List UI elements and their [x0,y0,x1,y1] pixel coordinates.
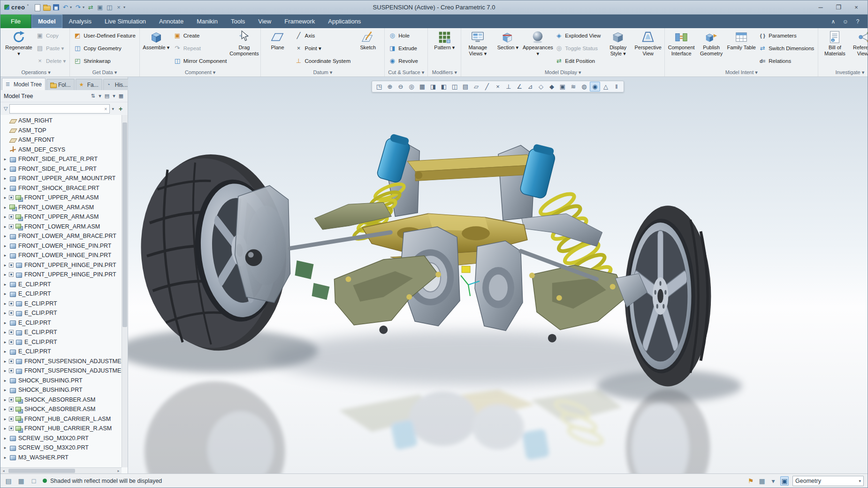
group-label-model-intent[interactable]: Model Intent ▾ [666,68,816,76]
tree-header-button[interactable]: ▦ [118,92,124,100]
relations-button[interactable]: d=Relations [756,54,816,67]
expand-arrow-icon[interactable] [3,176,8,181]
tree-item[interactable]: SHOCK_BUSHING.PRT [0,376,122,386]
tab-file[interactable]: File [0,15,31,28]
expand-arrow-icon[interactable] [3,157,8,161]
tree-item[interactable]: ASM_DEF_CSYS [0,145,122,155]
ribbon-tab[interactable]: Applications [321,15,367,28]
selection-filter-combo[interactable]: Geometry ▾ [792,476,864,486]
revolve-button[interactable]: ◉Revolve [386,54,420,67]
expand-arrow-icon[interactable] [3,368,8,373]
graphics-toolbar-button[interactable]: ≋ [568,82,579,92]
tree-item[interactable]: FRONT_LOWER_ARM.ASM [0,203,122,213]
parameters-button[interactable]: { }Parameters [756,29,816,42]
tree-item[interactable]: E_CLIP.PRT [0,328,122,337]
navigator-tab[interactable]: Fol... [46,79,75,90]
tree-item[interactable]: E_CLIP.PRT [0,299,122,309]
tree-item[interactable]: SHOCK_BUSHING.PRT [0,385,122,395]
tabbar-icon[interactable]: ? [853,17,863,26]
axis-button[interactable]: ╱Axis [292,29,353,42]
graphics-toolbar-button[interactable]: ⊥ [503,82,514,92]
graphics-toolbar-button[interactable]: × [493,82,503,92]
quickbar-button[interactable] [42,2,51,13]
tree-header-button[interactable]: ▾ [97,92,103,100]
scroll-right-icon[interactable]: ▸ [115,469,122,473]
tree-item[interactable]: E_CLIP.PRT [0,280,122,290]
expand-arrow-icon[interactable] [3,407,8,412]
scrollbar-thumb[interactable] [122,122,127,327]
expand-arrow-icon[interactable] [3,186,8,191]
sketch-button[interactable]: Sketch [353,29,383,52]
graphics-toolbar-button[interactable]: ◨ [428,82,438,92]
tree-item[interactable]: FRONT_HUB_CARRIER_R.ASM [0,424,122,434]
plane-button[interactable]: Plane [262,29,292,52]
graphics-toolbar-button[interactable]: ⊕ [385,82,395,92]
ribbon-tab[interactable]: Analysis [62,15,98,28]
expand-arrow-icon[interactable] [3,272,8,277]
pattern-button[interactable]: Pattern ▾ [429,29,459,52]
tree-item[interactable]: FRONT_UPPER_ARM.ASM [0,193,122,203]
ribbon-tab[interactable]: Live Simulation [98,15,152,28]
expand-arrow-icon[interactable] [3,455,8,460]
filter-funnel-icon[interactable]: ▽ [4,106,8,112]
delete-button[interactable]: ×Delete ▾ [34,54,68,67]
copy-geometry-button[interactable]: ◫Copy Geometry [71,42,138,54]
expand-arrow-icon[interactable] [3,244,8,248]
tree-item[interactable]: FRONT_SIDE_PLATE_R.PRT [0,154,122,164]
expand-arrow-icon[interactable] [3,205,8,210]
graphics-toolbar-button[interactable]: ⊿ [525,82,535,92]
group-label-cut-surface[interactable]: Cut & Surface ▾ [386,68,426,76]
quickbar-button[interactable]: ◫ [105,2,114,13]
bill-of-materials-button[interactable]: Bill of Materials [820,29,850,57]
graphics-toolbar-button[interactable]: ◆ [547,82,557,92]
expand-arrow-icon[interactable] [3,167,8,171]
statusbar-right-icon[interactable]: ▣ [780,476,789,486]
group-label-datum[interactable]: Datum ▾ [262,68,383,76]
expand-arrow-icon[interactable] [3,417,8,421]
tree-item[interactable]: ASM_TOP [0,126,122,136]
graphics-toolbar-button[interactable]: ◍ [579,82,589,92]
quickbar-button[interactable]: ⇄ [86,2,95,13]
display-style-button[interactable]: Display Style ▾ [603,29,633,57]
quickbar-button[interactable]: ▾ [69,2,73,13]
paste-button[interactable]: ▤Paste ▾ [34,42,68,54]
filter-caret-icon[interactable]: ▾ [112,107,114,111]
statusbar-right-icon[interactable]: ⚑ [746,476,755,486]
tree-horizontal-scrollbar[interactable]: ◂ ▸ [0,467,122,473]
graphics-toolbar-button[interactable]: ◧ [439,82,449,92]
tree-item[interactable]: SCREW_ISO_M3X20.PRT [0,443,122,453]
graphics-toolbar-button[interactable]: ∠ [514,82,525,92]
tree-item[interactable]: E_CLIP.PRT [0,289,122,299]
section-button[interactable]: Section ▾ [493,29,523,52]
expand-arrow-icon[interactable] [3,195,8,200]
tree-header-button[interactable]: ⇅ [90,92,96,100]
tree-item[interactable]: SHOCK_ABSORBER.ASM [0,395,122,405]
graphics-toolbar-button[interactable]: ▦ [417,82,427,92]
graphics-toolbar-button[interactable]: ◫ [449,82,460,92]
quickbar-button[interactable] [32,2,42,13]
reference-viewer-button[interactable]: Reference Viewer [850,29,868,57]
assemble-button[interactable]: Assemble ▾ [141,29,171,52]
tree-item[interactable]: FRONT_UPPER_HINGE_PIN.PRT [0,270,122,280]
graphics-toolbar-button[interactable]: ◳ [374,82,384,92]
component-interface-button[interactable]: Component Interface [666,29,696,57]
expand-arrow-icon[interactable] [3,359,8,364]
ribbon-tab[interactable]: Manikin [190,15,224,28]
minimize-button[interactable]: ─ [812,2,829,13]
tree-item[interactable]: FRONT_UPPER_HINGE_PIN.PRT [0,260,122,270]
edit-position-button[interactable]: ⇄Edit Position [553,54,603,67]
statusbar-icon[interactable]: □ [30,476,38,486]
repeat-button[interactable]: ↷Repeat [171,42,229,54]
group-label-operations[interactable]: Operations ▾ [4,68,68,76]
creo-logo[interactable]: creo ° [3,4,31,11]
ribbon-tab[interactable]: Tools [224,15,251,28]
statusbar-right-icon[interactable]: ▦ [758,476,766,486]
expand-arrow-icon[interactable] [3,291,8,296]
group-label-investigate[interactable]: Investigate ▾ [820,68,868,76]
expand-arrow-icon[interactable] [3,445,8,450]
tree-item[interactable]: FRONT_LOWER_ARM_BRACE.PRT [0,231,122,241]
mirror-component-button[interactable]: ◫Mirror Component [171,54,229,67]
ribbon-tab[interactable]: View [251,15,278,28]
tree-item[interactable]: ASM_RIGHT [0,116,122,126]
graphics-toolbar-button[interactable]: ▱ [471,82,481,92]
